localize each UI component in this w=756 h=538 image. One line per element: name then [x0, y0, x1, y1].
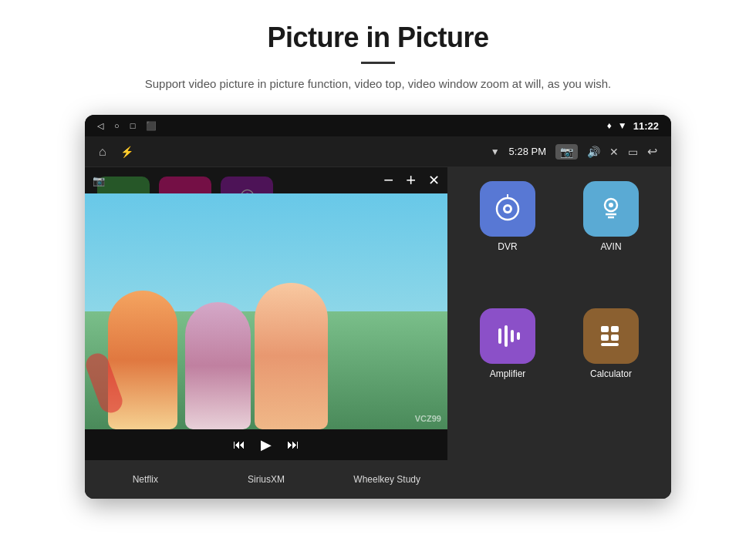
- calculator-icon: [583, 308, 639, 364]
- dvr-label: DVR: [498, 241, 517, 252]
- status-time: 11:22: [633, 120, 659, 132]
- wifi-icon: ▼: [618, 120, 627, 131]
- svg-rect-11: [517, 332, 520, 340]
- close-icon[interactable]: ✕: [609, 146, 619, 158]
- nav-time: 5:28 PM: [509, 146, 546, 157]
- nav-bar-left: ⌂ ⚡: [99, 145, 133, 159]
- page-title: Picture in Picture: [46, 22, 710, 54]
- cast-icon[interactable]: ⬛: [146, 121, 157, 131]
- back-icon[interactable]: ◁: [97, 121, 103, 131]
- svg-rect-16: [601, 343, 619, 346]
- dvr-icon: [480, 181, 535, 237]
- camera-icon[interactable]: 📷: [555, 144, 578, 160]
- nav-bar: ⌂ ⚡ ▼ 5:28 PM 📷 🔊 ✕ ▭ ↩: [85, 136, 671, 167]
- pip-plus-btn[interactable]: +: [406, 172, 416, 189]
- home-nav-icon[interactable]: ⌂: [99, 145, 106, 159]
- app-avin[interactable]: AVIN: [563, 181, 659, 301]
- calculator-label: Calculator: [590, 368, 632, 379]
- pip-cam-icon: 📷: [93, 175, 105, 187]
- video-content: VCZ99: [85, 193, 447, 429]
- svg-rect-13: [611, 326, 619, 332]
- window-icon[interactable]: ▭: [628, 146, 638, 158]
- home-icon[interactable]: ○: [114, 121, 120, 130]
- back-nav-icon[interactable]: ↩: [647, 144, 657, 159]
- svg-rect-12: [601, 326, 609, 332]
- app-amplifier[interactable]: Amplifier: [460, 308, 555, 428]
- video-playback-controls: ⏮ ▶ ⏭: [85, 429, 447, 460]
- recents-icon[interactable]: □: [130, 121, 136, 130]
- volume-icon[interactable]: 🔊: [587, 146, 600, 158]
- nav-bar-right: ▼ 5:28 PM 📷 🔊 ✕ ▭ ↩: [491, 144, 657, 160]
- pip-controls: 📷 − + ✕: [85, 167, 447, 193]
- page-subtitle: Support video picture in picture functio…: [100, 75, 656, 93]
- pip-close-btn[interactable]: ✕: [428, 172, 440, 189]
- location-icon: ♦: [607, 120, 612, 131]
- watermark: VCZ99: [415, 414, 441, 423]
- status-bar-left: ◁ ○ □ ⬛: [97, 121, 157, 131]
- avin-icon: [583, 181, 639, 237]
- video-scene: VCZ99: [85, 193, 447, 429]
- prev-btn[interactable]: ⏮: [233, 438, 245, 452]
- status-bar-right: ♦ ▼ 11:22: [607, 120, 659, 132]
- device-frame: ◁ ○ □ ⬛ ♦ ▼ 11:22 ⌂ ⚡ ▼ 5:28 PM 📷 🔊 ✕ ▭ …: [85, 115, 671, 499]
- svg-rect-14: [601, 335, 609, 341]
- status-bar: ◁ ○ □ ⬛ ♦ ▼ 11:22: [85, 115, 671, 136]
- bottom-labels: Netflix SiriusXM Wheelkey Study: [85, 460, 447, 499]
- next-btn[interactable]: ⏭: [287, 438, 299, 452]
- title-divider: [361, 62, 395, 64]
- netflix-label: Netflix: [85, 474, 206, 485]
- app-dvr[interactable]: DVR: [460, 181, 555, 301]
- pip-overlay[interactable]: 📷 − + ✕: [85, 167, 447, 460]
- svg-rect-8: [498, 328, 501, 344]
- amplifier-label: Amplifier: [490, 368, 526, 379]
- svg-rect-10: [511, 330, 514, 342]
- svg-rect-15: [611, 335, 619, 341]
- svg-point-2: [505, 207, 510, 211]
- wheelkey-label: Wheelkey Study: [326, 474, 447, 485]
- play-btn[interactable]: ▶: [261, 436, 272, 453]
- screen-area: ◎ 📷 − + ✕: [85, 167, 671, 499]
- wifi-nav-icon: ▼: [491, 146, 500, 157]
- pip-size-controls: − + ✕: [383, 172, 440, 189]
- usb-icon[interactable]: ⚡: [120, 146, 133, 158]
- app-calculator[interactable]: Calculator: [563, 308, 659, 428]
- svg-rect-9: [505, 325, 508, 347]
- app-grid: DVR AVIN: [447, 167, 671, 499]
- svg-point-5: [609, 203, 613, 207]
- avin-label: AVIN: [600, 241, 621, 252]
- amplifier-icon: [480, 308, 535, 364]
- siriusxm-label: SiriusXM: [206, 474, 327, 485]
- page-header: Picture in Picture Support video picture…: [0, 0, 756, 107]
- pip-minus-btn[interactable]: −: [383, 172, 393, 189]
